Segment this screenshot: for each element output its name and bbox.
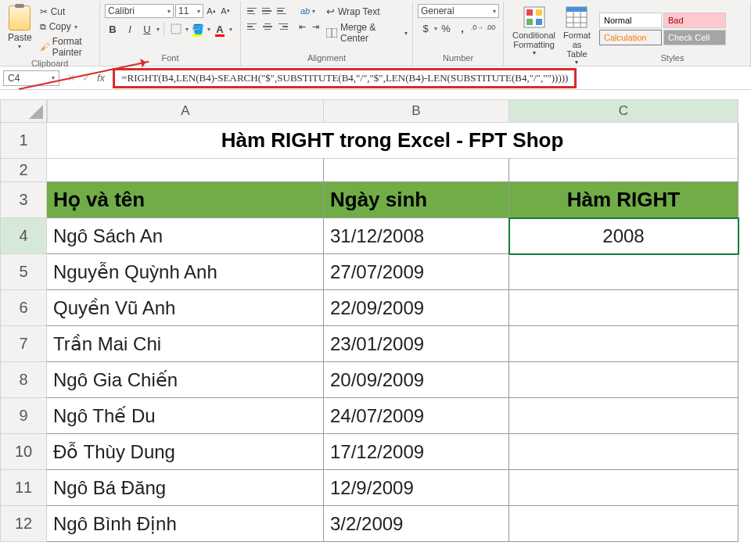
cell-a8[interactable]: Ngô Gia Chiến [47,362,324,398]
select-all-corner[interactable] [0,99,47,123]
scissors-icon: ✂ [40,6,48,17]
style-bad[interactable]: Bad [663,13,726,28]
font-size-combo[interactable]: 11▾ [175,4,203,18]
font-name-combo[interactable]: Calibri▾ [105,4,174,18]
increase-indent-button[interactable]: ⇥ [309,20,322,34]
cell-c6[interactable] [509,290,738,326]
cell-a11[interactable]: Ngô Bá Đăng [47,470,324,506]
cell-a4[interactable]: Ngô Sách An [47,218,324,254]
row-header-9[interactable]: 9 [0,398,47,434]
cell-b10[interactable]: 17/12/2009 [324,434,509,470]
col-header-b[interactable]: B [324,99,509,123]
cell-b11[interactable]: 12/9/2009 [324,470,509,506]
cell-c5[interactable] [509,254,738,290]
conditional-formatting-button[interactable]: Conditional Formatting▾ [508,4,559,58]
row-header-7[interactable]: 7 [0,326,47,362]
col-header-c[interactable]: C [509,99,738,123]
underline-button[interactable]: U [139,21,155,37]
accounting-format-button[interactable]: $ [418,20,433,36]
wrap-icon: ↩ [326,5,335,17]
cell-b8[interactable]: 20/09/2009 [324,362,509,398]
styles-label: Styles [599,53,746,64]
increase-font-icon[interactable]: A▴ [205,4,217,18]
cell-a2[interactable] [47,159,324,182]
header-right[interactable]: Hàm RIGHT [509,182,738,218]
cell-b5[interactable]: 27/07/2009 [324,254,509,290]
cut-button[interactable]: ✂Cut [38,5,95,18]
bold-button[interactable]: B [105,21,120,37]
formula-bar: C4▾ ✕ ✓ fx =RIGHT(B4,LEN(B4)-SEARCH("$",… [0,66,751,90]
cell-b2[interactable] [324,159,509,182]
cell-a6[interactable]: Quyền Vũ Anh [47,290,324,326]
percent-format-button[interactable]: % [438,20,454,36]
row-header-8[interactable]: 8 [0,362,47,398]
cell-c8[interactable] [509,362,738,398]
cell-c4[interactable]: 2008 [509,218,738,254]
cell-a12[interactable]: Ngô Bình Định [47,506,324,542]
font-color-button[interactable]: A [212,21,228,37]
row-header-10[interactable]: 10 [0,434,47,470]
align-left-button[interactable] [246,20,260,33]
row-header-1[interactable]: 1 [0,123,47,159]
cell-c2[interactable] [509,159,738,182]
row-header-2[interactable]: 2 [0,159,47,182]
align-bottom-button[interactable] [275,5,289,17]
row-header-5[interactable]: 5 [0,254,47,290]
row-header-4[interactable]: 4 [0,218,47,254]
style-check-cell[interactable]: Check Cell [663,30,726,45]
cell-a7[interactable]: Trần Mai Chi [47,326,324,362]
cell-b12[interactable]: 3/2/2009 [324,506,509,542]
name-box[interactable]: C4▾ [3,70,59,86]
wrap-text-button[interactable]: ↩Wrap Text [326,5,408,17]
cell-b7[interactable]: 23/01/2009 [324,326,509,362]
copy-button[interactable]: ⧉Copy▾ [38,20,95,33]
copy-icon: ⧉ [40,22,46,32]
header-dob[interactable]: Ngày sinh [324,182,509,218]
insert-function-icon[interactable]: fx [97,72,105,84]
cell-b9[interactable]: 24/07/2009 [324,398,509,434]
decrease-font-icon[interactable]: A▾ [219,4,232,18]
paste-button[interactable]: Paste ▾ [5,4,35,52]
cell-c12[interactable] [509,506,738,542]
format-painter-button[interactable]: 🖌Format Painter [38,35,95,59]
header-name[interactable]: Họ và tên [47,182,324,218]
style-calculation[interactable]: Calculation [599,30,662,45]
worksheet: A B C 1 Hàm RIGHT trong Excel - FPT Shop… [0,99,751,542]
borders-button[interactable] [168,21,184,37]
cell-b6[interactable]: 22/09/2009 [324,290,509,326]
cell-c10[interactable] [509,434,738,470]
title-cell[interactable]: Hàm RIGHT trong Excel - FPT Shop [47,123,738,159]
cell-a5[interactable]: Nguyễn Quỳnh Anh [47,254,324,290]
svg-rect-7 [536,19,542,25]
align-center-button[interactable] [261,20,275,33]
decrease-decimal-button[interactable]: .00 [484,20,497,34]
cell-c9[interactable] [509,398,738,434]
cell-b4[interactable]: 31/12/2008 [324,218,509,254]
cell-c11[interactable] [509,470,738,506]
cell-c7[interactable] [509,326,738,362]
decrease-indent-button[interactable]: ⇤ [296,20,308,34]
orientation-button[interactable]: ab [299,4,311,18]
formula-input[interactable]: =RIGHT(B4,LEN(B4)-SEARCH("$",SUBSTITUTE(… [113,68,577,88]
fill-color-button[interactable]: 🪣 [190,21,206,37]
cell-a10[interactable]: Đỗ Thùy Dung [47,434,324,470]
group-styles: Normal Bad Calculation Check Cell Styles [595,2,751,66]
style-normal[interactable]: Normal [599,13,662,28]
merge-center-button[interactable]: Merge & Center▾ [326,22,408,44]
number-format-combo[interactable]: General▾ [418,4,499,18]
col-header-a[interactable]: A [47,99,324,123]
svg-rect-4 [526,9,533,16]
align-top-button[interactable] [246,5,260,17]
brush-icon: 🖌 [40,41,49,52]
align-right-button[interactable] [275,20,289,33]
comma-format-button[interactable]: , [455,20,470,36]
row-header-12[interactable]: 12 [0,506,47,542]
row-header-6[interactable]: 6 [0,290,47,326]
align-middle-button[interactable] [261,5,275,17]
row-header-3[interactable]: 3 [0,182,47,218]
italic-button[interactable]: I [122,21,138,37]
row-header-11[interactable]: 11 [0,470,47,506]
cell-a9[interactable]: Ngô Thế Du [47,398,324,434]
increase-decimal-button[interactable]: .0→ [471,20,483,34]
format-as-table-button[interactable]: Format as Table▾ [559,4,595,67]
